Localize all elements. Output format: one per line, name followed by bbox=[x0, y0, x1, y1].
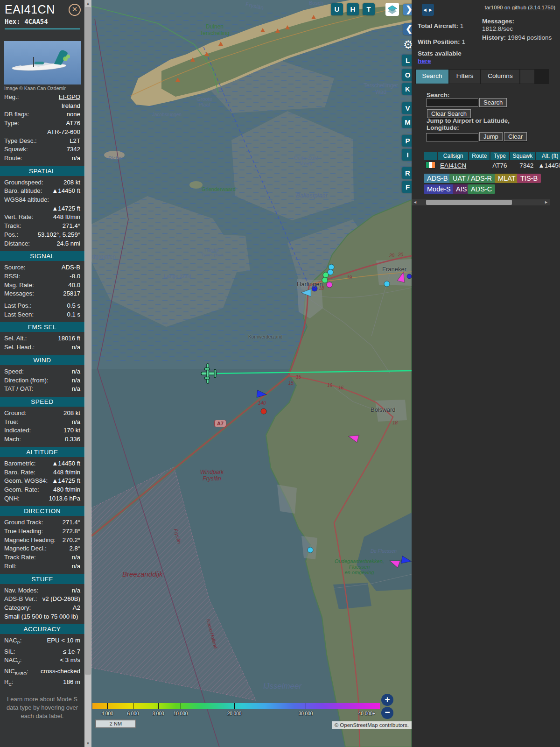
data-row: Barometric:▲14450 ft bbox=[0, 459, 84, 468]
data-label: True: bbox=[4, 418, 18, 427]
map-button-m[interactable]: M bbox=[402, 116, 412, 128]
data-row: Type Desc.:L2T bbox=[0, 137, 84, 146]
map-button-l[interactable]: L bbox=[402, 55, 412, 66]
layers-icon[interactable] bbox=[385, 3, 399, 16]
column-header[interactable] bbox=[424, 152, 437, 160]
aircraft-dot-marker[interactable] bbox=[322, 277, 328, 283]
aircraft-dot-marker[interactable] bbox=[323, 272, 329, 278]
data-value: 24.5 nmi bbox=[56, 240, 80, 248]
sidebar-footer-note: Learn more about Mode S data type by hov… bbox=[0, 695, 84, 720]
legend-tick bbox=[306, 703, 306, 709]
map-button-f[interactable]: F bbox=[402, 181, 412, 193]
map-button-u[interactable]: U bbox=[331, 3, 343, 15]
aircraft-photo[interactable] bbox=[4, 41, 81, 85]
scroll-down-icon[interactable]: ▼ bbox=[84, 740, 91, 747]
badge-mode-s[interactable]: Mode-S bbox=[424, 184, 454, 194]
data-row: Vert. Rate:448 ft/min bbox=[0, 213, 84, 222]
map-button-k[interactable]: K bbox=[402, 83, 412, 95]
aircraft-dot-marker[interactable] bbox=[407, 274, 412, 279]
stats-here-link[interactable]: here bbox=[418, 57, 431, 64]
hscrollbar-thumb[interactable] bbox=[426, 200, 512, 205]
data-row: Reg.:EI-GPO bbox=[0, 93, 84, 102]
data-label: Route: bbox=[4, 154, 22, 163]
legend-tick bbox=[367, 703, 367, 709]
sidebar-scrollbar[interactable]: ▲ ▼ bbox=[84, 0, 91, 747]
map-button-v[interactable]: V bbox=[402, 102, 412, 114]
map-button-i[interactable]: I bbox=[402, 149, 412, 161]
data-row: Geom. WGS84:▲14725 ft bbox=[0, 477, 84, 486]
column-header[interactable]: Callsign bbox=[438, 152, 468, 160]
table-horizontal-scrollbar[interactable]: ◄ ► bbox=[412, 199, 550, 205]
tab-filters[interactable]: Filters bbox=[449, 70, 480, 84]
aircraft-dot-marker[interactable] bbox=[384, 281, 390, 287]
expand-sidebar-icon[interactable]: ❯ bbox=[403, 4, 412, 15]
section-header: STUFF bbox=[0, 574, 84, 584]
search-input[interactable] bbox=[426, 99, 478, 107]
registration-link[interactable]: EI-GPO bbox=[59, 93, 80, 102]
badge-uat-ads-r[interactable]: UAT / ADS-R bbox=[449, 174, 495, 183]
data-value: ADS-B bbox=[62, 263, 80, 272]
data-value: n/a bbox=[72, 376, 80, 385]
section-rows: Nav. Modes:n/aADS-B Ver.:v2 (DO-260B)Cat… bbox=[0, 586, 84, 621]
close-icon[interactable]: ✕ bbox=[69, 4, 81, 16]
row-gap bbox=[0, 298, 84, 302]
panel-collapse-icon[interactable]: ◄► bbox=[422, 4, 434, 16]
data-value: n/a bbox=[72, 553, 80, 562]
column-header[interactable]: Squawk bbox=[510, 152, 536, 160]
column-header[interactable]: Route bbox=[469, 152, 490, 160]
jump-clear-button[interactable]: Clear bbox=[504, 132, 527, 141]
badge-ads-b[interactable]: ADS-B bbox=[424, 174, 451, 183]
aircraft-dot-marker[interactable] bbox=[329, 264, 334, 270]
data-value: AT76 bbox=[66, 119, 80, 128]
scrollbar-thumb[interactable] bbox=[85, 7, 91, 675]
legend-tick bbox=[133, 703, 133, 709]
tab-search[interactable]: Search bbox=[416, 70, 448, 84]
aircraft-dot-marker[interactable] bbox=[308, 547, 313, 553]
badge-ads-c[interactable]: ADS-C bbox=[468, 184, 495, 194]
column-header[interactable]: Alt. (ft) bbox=[536, 152, 560, 160]
map-button-r[interactable]: R bbox=[402, 167, 412, 179]
jump-button[interactable]: Jump bbox=[479, 132, 503, 141]
map-button-p[interactable]: P bbox=[402, 135, 412, 147]
legend-tick-label: 8 000 bbox=[152, 711, 164, 716]
data-label: Speed: bbox=[4, 367, 24, 376]
data-value: 1013.6 hPa bbox=[49, 494, 80, 503]
data-label: Mach: bbox=[4, 435, 21, 444]
callsign-link[interactable]: EAI41CN bbox=[440, 162, 466, 169]
github-link[interactable]: tar1090 on github (3.14.1750) bbox=[484, 5, 555, 10]
data-label: True Heading: bbox=[4, 527, 43, 536]
badge-tis-b[interactable]: TIS-B bbox=[517, 174, 541, 183]
map-button-h[interactable]: H bbox=[347, 3, 359, 15]
gear-icon[interactable]: ⚙ bbox=[403, 38, 412, 51]
data-row: Indicated:170 kt bbox=[0, 426, 84, 435]
jump-input[interactable] bbox=[426, 133, 478, 141]
data-row: Route:n/a bbox=[0, 154, 84, 163]
aircraft-dot-marker[interactable] bbox=[261, 409, 266, 414]
map-button-o[interactable]: O bbox=[402, 69, 412, 81]
data-row: NICBARO:cross-checked bbox=[0, 667, 84, 678]
aircraft-dot-marker[interactable] bbox=[312, 286, 317, 291]
zoom-out-button[interactable]: − bbox=[381, 707, 393, 719]
section-header: DIRECTION bbox=[0, 506, 84, 516]
scroll-right-icon[interactable]: ► bbox=[544, 199, 548, 205]
zoom-in-button[interactable]: + bbox=[381, 694, 393, 706]
map[interactable]: FryslânBoschDuinen TerschellingTerschell… bbox=[91, 0, 412, 747]
hex-code: Hex: 4CAA54 bbox=[5, 18, 80, 25]
search-button[interactable]: Search bbox=[479, 98, 507, 107]
tab-columns[interactable]: Columns bbox=[481, 70, 519, 84]
section-header: ALTITUDE bbox=[0, 447, 84, 457]
data-row: Messages:25817 bbox=[0, 289, 84, 298]
map-button-t[interactable]: T bbox=[363, 3, 375, 15]
column-header[interactable]: Type bbox=[490, 152, 509, 160]
scroll-up-icon[interactable]: ▲ bbox=[84, 0, 91, 7]
scroll-left-icon[interactable]: ◄ bbox=[413, 199, 417, 205]
aircraft-table-row[interactable]: EAI41CN AT76 7342 ▲14450 bbox=[424, 161, 560, 169]
data-row: RC:186 m bbox=[0, 678, 84, 689]
legend-tick-label: 30 000 bbox=[299, 711, 313, 716]
data-row: TAT / OAT:n/a bbox=[0, 385, 84, 394]
collapse-sidebar-icon[interactable]: ❮ bbox=[403, 23, 412, 35]
data-row: Speed:n/a bbox=[0, 367, 84, 376]
badge-mlat[interactable]: MLAT bbox=[495, 174, 519, 183]
aircraft-dot-marker[interactable] bbox=[327, 282, 332, 288]
data-value: A2 bbox=[73, 604, 80, 613]
